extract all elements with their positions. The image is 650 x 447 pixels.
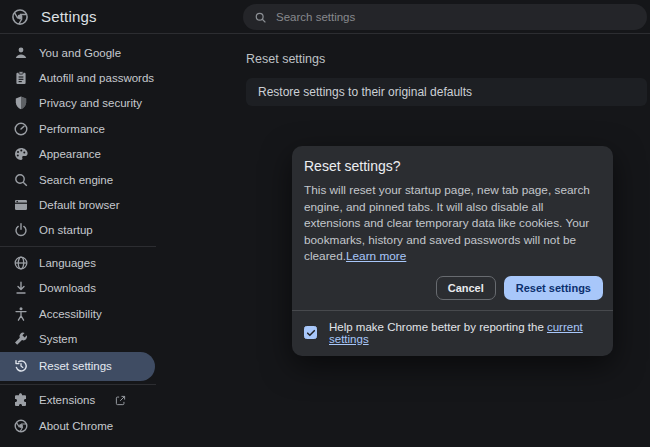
download-icon <box>13 280 29 296</box>
header: Settings <box>0 0 650 34</box>
sidebar-item-label: On startup <box>39 224 93 236</box>
sidebar-item-you-and-google[interactable]: You and Google <box>0 40 236 65</box>
sidebar-item-label: Default browser <box>39 199 120 211</box>
sidebar-item-default-browser[interactable]: Default browser <box>0 192 236 217</box>
reset-settings-dialog: Reset settings? This will reset your sta… <box>292 146 613 356</box>
puzzle-icon <box>13 392 29 408</box>
sidebar-item-about-chrome[interactable]: About Chrome <box>0 413 236 438</box>
sidebar-item-label: Performance <box>39 123 105 135</box>
sidebar-divider <box>0 246 156 247</box>
power-icon <box>13 222 29 238</box>
sidebar-item-label: About Chrome <box>39 420 113 432</box>
person-icon <box>13 45 29 61</box>
sidebar-item-extensions[interactable]: Extensions <box>0 388 236 413</box>
globe-icon <box>13 255 29 271</box>
sidebar-item-search-engine[interactable]: Search engine <box>0 167 236 192</box>
sidebar-item-label: Accessibility <box>39 308 102 320</box>
section-heading: Reset settings <box>246 52 325 66</box>
shield-icon <box>13 95 29 111</box>
restore-settings-row[interactable]: Restore settings to their original defau… <box>246 78 647 106</box>
dialog-buttons: Cancel Reset settings <box>302 276 603 300</box>
search-icon <box>254 11 267 24</box>
external-link-icon <box>115 395 126 406</box>
sidebar-item-privacy-and-security[interactable]: Privacy and security <box>0 91 236 116</box>
reset-settings-button[interactable]: Reset settings <box>504 276 603 300</box>
sidebar-item-label: Search engine <box>39 174 113 186</box>
report-settings-text: Help make Chrome better by reporting the <box>329 321 547 333</box>
search-settings-field[interactable] <box>243 4 647 30</box>
brand: Settings <box>0 8 97 26</box>
sidebar-item-reset-settings[interactable]: Reset settings <box>0 352 155 381</box>
report-settings-label: Help make Chrome better by reporting the… <box>329 321 601 345</box>
sidebar-item-label: Languages <box>39 257 96 269</box>
sidebar-item-label: You and Google <box>39 47 121 59</box>
search-input[interactable] <box>276 11 636 23</box>
sidebar-item-label: Autofill and passwords <box>39 72 154 84</box>
learn-more-link[interactable]: Learn more <box>346 249 406 263</box>
speedometer-icon <box>13 121 29 137</box>
sidebar-item-label: Privacy and security <box>39 97 142 109</box>
browser-window-icon <box>13 197 29 213</box>
chrome-logo-icon <box>13 418 29 434</box>
dialog-footer: Help make Chrome better by reporting the… <box>292 310 613 356</box>
cancel-button[interactable]: Cancel <box>436 276 496 300</box>
accessibility-person-icon <box>13 306 29 322</box>
checkmark-icon <box>306 328 316 338</box>
reset-clock-icon <box>13 358 29 374</box>
sidebar-item-on-startup[interactable]: On startup <box>0 218 236 243</box>
sidebar-divider <box>0 384 156 385</box>
sidebar-item-label: Appearance <box>39 148 101 160</box>
dialog-title: Reset settings? <box>304 158 601 174</box>
sidebar: You and Google Autofill and passwords Pr… <box>0 40 236 438</box>
chrome-logo-icon <box>11 8 29 26</box>
sidebar-item-performance[interactable]: Performance <box>0 116 236 141</box>
palette-icon <box>13 146 29 162</box>
wrench-icon <box>13 331 29 347</box>
dialog-body: This will reset your startup page, new t… <box>304 182 601 265</box>
restore-settings-row-label: Restore settings to their original defau… <box>258 85 472 99</box>
sidebar-item-appearance[interactable]: Appearance <box>0 142 236 167</box>
report-settings-checkbox[interactable] <box>304 326 317 339</box>
sidebar-item-downloads[interactable]: Downloads <box>0 276 236 301</box>
search-icon <box>13 172 29 188</box>
sidebar-item-label: Extensions <box>39 394 95 406</box>
sidebar-item-label: System <box>39 333 77 345</box>
sidebar-item-system[interactable]: System <box>0 326 236 351</box>
sidebar-item-label: Reset settings <box>39 360 112 372</box>
sidebar-item-accessibility[interactable]: Accessibility <box>0 301 236 326</box>
sidebar-item-languages[interactable]: Languages <box>0 250 236 275</box>
clipboard-icon <box>13 70 29 86</box>
page-title: Settings <box>41 8 97 25</box>
sidebar-item-label: Downloads <box>39 282 96 294</box>
sidebar-item-autofill-and-passwords[interactable]: Autofill and passwords <box>0 65 236 90</box>
